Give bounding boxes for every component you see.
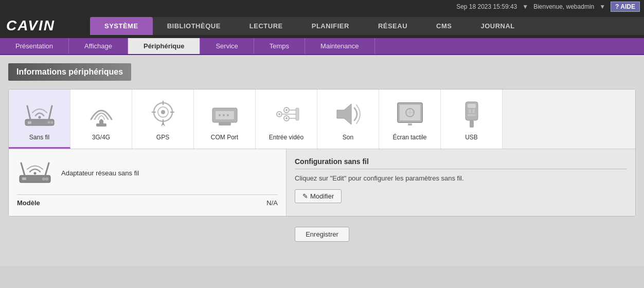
entree-video-icon <box>270 98 303 131</box>
nav-tab-bibliotheque[interactable]: BIBLIOTHÈQUE <box>153 17 235 35</box>
svg-point-3 <box>50 121 53 124</box>
svg-line-51 <box>45 163 49 175</box>
svg-point-24 <box>278 113 280 115</box>
device-detail: Adaptateur réseau sans fil Modèle N/A Co… <box>9 149 635 216</box>
com-port-icon <box>208 98 241 131</box>
config-desc: Cliquez sur "Edit" pour configurer les p… <box>295 174 627 182</box>
sub-tab-service[interactable]: Service <box>200 38 254 54</box>
nav-tab-reseau[interactable]: RÉSEAU <box>364 17 422 35</box>
device-icon-son[interactable]: Son <box>317 89 379 149</box>
svg-rect-42 <box>469 109 471 113</box>
user-dropdown-icon[interactable]: ▼ <box>599 3 605 10</box>
device-detail-right: Configuration sans fil Cliquez sur "Edit… <box>287 149 635 216</box>
adapter-row: Adaptateur réseau sans fil <box>17 157 278 188</box>
nav-tab-cms[interactable]: CMS <box>422 17 466 35</box>
model-value: N/A <box>266 199 278 207</box>
svg-point-26 <box>285 109 288 111</box>
svg-point-2 <box>47 121 50 124</box>
svg-rect-32 <box>296 108 299 120</box>
svg-point-6 <box>38 116 41 119</box>
device-icon-sans-fil[interactable]: Sans fil <box>9 89 70 149</box>
header: CAVIN SYSTÈMEBIBLIOTHÈQUELECTUREPLANIFIE… <box>0 13 644 38</box>
usb-icon <box>455 98 488 131</box>
device-icon-label-usb: USB <box>465 134 478 141</box>
datetime: Sep 18 2023 15:59:43 <box>456 3 517 10</box>
datetime-dropdown-icon[interactable]: ▼ <box>522 3 528 10</box>
svg-rect-45 <box>470 120 474 128</box>
svg-rect-47 <box>22 177 26 180</box>
device-detail-left: Adaptateur réseau sans fil Modèle N/A <box>9 149 287 216</box>
svg-line-50 <box>21 163 25 175</box>
main-nav: SYSTÈMEBIBLIOTHÈQUELECTUREPLANIFIERRÉSEA… <box>90 17 644 35</box>
svg-point-9 <box>100 119 102 122</box>
model-label: Modèle <box>17 199 40 207</box>
adapter-icon <box>17 157 53 188</box>
user-greeting: Bienvenue, webadmin <box>533 3 594 10</box>
svg-rect-7 <box>96 123 106 127</box>
content-area: Informations périphériques Sans fil3G/4G… <box>0 55 644 266</box>
device-card: Sans fil3G/4GGPSCOM PortEntrée vidéoSonÉ… <box>8 89 636 217</box>
svg-rect-41 <box>468 104 476 108</box>
sub-tab-maintenance[interactable]: Maintenance <box>305 38 374 54</box>
device-icon-label-ecran-tactile: Écran tactile <box>392 134 426 141</box>
sub-nav: PrésentationAffichagePériphériqueService… <box>0 38 644 55</box>
device-icon-ecran-tactile[interactable]: Écran tactile <box>379 89 441 149</box>
svg-rect-1 <box>28 121 31 124</box>
svg-rect-43 <box>472 109 475 113</box>
nav-tab-planifier[interactable]: PLANIFIER <box>297 17 364 35</box>
device-icon-label-3g4g: 3G/4G <box>92 134 110 141</box>
top-bar: Sep 18 2023 15:59:43 ▼ Bienvenue, webadm… <box>0 0 644 13</box>
modifier-button[interactable]: ✎Modifier <box>295 189 342 203</box>
svg-point-19 <box>219 114 221 116</box>
svg-point-20 <box>223 114 225 116</box>
ecran-tactile-icon <box>393 98 426 131</box>
device-icon-gps[interactable]: GPS <box>132 89 194 149</box>
device-icon-label-sans-fil: Sans fil <box>29 134 49 141</box>
adapter-name: Adaptateur réseau sans fil <box>61 169 139 177</box>
page-title: Informations périphériques <box>8 63 131 81</box>
aide-button[interactable]: AIDE <box>611 2 640 12</box>
son-icon <box>332 98 365 131</box>
device-icon-3g4g[interactable]: 3G/4G <box>70 89 132 149</box>
logo-area: CAVIN <box>0 13 90 38</box>
sub-tab-presentation[interactable]: Présentation <box>0 38 69 54</box>
device-icons-row: Sans fil3G/4GGPSCOM PortEntrée vidéoSonÉ… <box>9 89 635 149</box>
svg-point-48 <box>42 177 45 181</box>
svg-marker-33 <box>337 104 351 124</box>
svg-point-49 <box>45 177 48 181</box>
device-icon-label-com-port: COM Port <box>211 134 238 141</box>
save-button[interactable]: Enregistrer <box>295 227 349 242</box>
svg-point-28 <box>285 117 288 119</box>
svg-point-21 <box>227 114 229 116</box>
nav-tab-lecture[interactable]: LECTURE <box>235 17 297 35</box>
device-icon-entree-video[interactable]: Entrée vidéo <box>256 89 317 149</box>
logo: CAVIN <box>6 17 55 34</box>
sub-tab-temps[interactable]: Temps <box>254 38 305 54</box>
device-icon-label-gps: GPS <box>156 134 169 141</box>
device-icon-label-son: Son <box>343 134 353 141</box>
3g4g-icon <box>85 98 118 131</box>
modifier-label: Modifier <box>310 192 334 200</box>
device-icon-label-entree-video: Entrée vidéo <box>269 134 303 141</box>
nav-tab-systeme[interactable]: SYSTÈME <box>90 17 153 35</box>
nav-tab-journal[interactable]: JOURNAL <box>466 17 529 35</box>
svg-rect-22 <box>219 122 231 125</box>
svg-line-4 <box>27 106 30 119</box>
svg-line-5 <box>49 106 52 119</box>
edit-icon: ✎ <box>302 192 308 200</box>
svg-rect-39 <box>408 123 412 125</box>
sub-tab-affichage[interactable]: Affichage <box>69 38 128 54</box>
model-row: Modèle N/A <box>17 194 278 207</box>
device-icon-com-port[interactable]: COM Port <box>194 89 256 149</box>
wifi-router-icon <box>17 159 53 187</box>
device-icon-usb[interactable]: USB <box>441 89 503 149</box>
gps-icon <box>147 98 180 131</box>
svg-point-12 <box>161 110 165 114</box>
config-title: Configuration sans fil <box>295 157 627 169</box>
save-row: Enregistrer <box>8 217 636 252</box>
sans-fil-icon <box>23 98 56 131</box>
svg-point-52 <box>34 172 37 174</box>
sub-tab-peripherique[interactable]: Périphérique <box>128 38 200 54</box>
svg-rect-44 <box>468 114 476 116</box>
